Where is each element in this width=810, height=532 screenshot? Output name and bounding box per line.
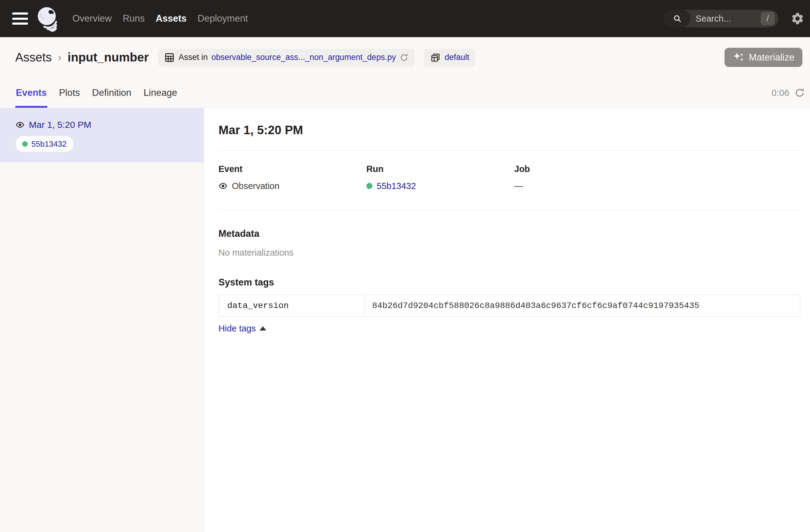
system-tags-heading: System tags [218,276,800,289]
metadata-empty-text: No materializations [218,246,800,259]
divider [218,150,800,151]
run-id-link: 55b13432 [31,140,67,149]
system-tags-table: data_version 84b26d7d9204cbf588026c8a988… [218,295,800,317]
asset-definition-pill: Asset in observable_source_ass..._non_ar… [158,49,415,66]
hide-tags-link[interactable]: Hide tags [218,322,266,335]
asset-in-label: Asset in [179,53,208,62]
event-detail-title: Mar 1, 5:20 PM [218,122,800,139]
events-body: Mar 1, 5:20 PM 55b13432 Mar 1, 5:20 PM E… [0,108,810,532]
tab-events[interactable]: Events [15,78,47,108]
nav-item-assets[interactable]: Assets [156,13,187,24]
run-column: Run 55b13432 [366,163,514,192]
asset-tabs: Events Plots Definition Lineage [15,78,178,108]
tab-lineage[interactable]: Lineage [143,78,178,108]
nav-item-overview[interactable]: Overview [72,13,112,24]
search-icon [664,10,691,27]
event-detail-panel: Mar 1, 5:20 PM Event Observation Run [204,108,810,532]
settings-gear-icon[interactable] [791,12,805,26]
search-input[interactable]: Search... / [664,10,778,27]
refresh-countdown: 0:06 [772,88,789,98]
run-id-link[interactable]: 55b13432 [377,180,416,192]
repo-pill: default [424,49,475,66]
hamburger-menu-icon[interactable] [12,13,28,25]
tag-value-cell: 84b26d7d9204cbf588026c8a9886d403a6c9637c… [365,295,800,317]
job-empty-value: — [514,180,523,192]
top-navigation-bar: Overview Runs Assets Deployment Search..… [0,0,810,37]
page-title: input_number [67,50,149,64]
materialize-label: Materialize [749,52,794,63]
divider [218,210,800,210]
run-column-label: Run [366,163,514,175]
reload-definition-icon[interactable] [400,53,409,62]
event-run-pill[interactable]: 55b13432 [16,136,73,152]
collapse-triangle-icon [260,326,266,331]
search-shortcut-badge: / [761,12,775,25]
breadcrumb-separator: › [58,51,62,64]
job-column-label: Job [514,163,800,175]
run-success-dot [22,141,28,147]
topbar-right: Search... / [664,10,805,27]
nav-item-runs[interactable]: Runs [123,13,145,24]
repo-location-icon [430,52,441,63]
observation-eye-icon [218,181,228,191]
event-list-sidebar: Mar 1, 5:20 PM 55b13432 [0,108,204,532]
tag-key-cell: data_version [219,295,365,317]
search-placeholder: Search... [696,14,731,24]
run-success-dot [366,183,372,189]
code-location-link[interactable]: observable_source_ass..._non_argument_de… [211,53,396,62]
primary-nav: Overview Runs Assets Deployment [72,13,248,24]
event-column-label: Event [218,163,366,175]
breadcrumb-assets-link[interactable]: Assets [15,50,52,64]
nav-item-deployment[interactable]: Deployment [197,13,248,24]
tab-plots[interactable]: Plots [59,78,81,108]
metadata-heading: Metadata [218,227,800,240]
refresh-status: 0:06 [772,78,805,108]
event-list-item-selected[interactable]: Mar 1, 5:20 PM 55b13432 [0,108,204,162]
event-type-value: Observation [232,180,279,192]
hide-tags-label: Hide tags [218,322,256,335]
job-column: Job — [514,163,800,192]
event-summary-columns: Event Observation Run 55b13432 [218,163,800,192]
tab-definition[interactable]: Definition [92,78,132,108]
dagster-logo-icon[interactable] [35,5,62,32]
asset-page-header: Assets › input_number Asset in observabl… [0,37,810,78]
repo-default-link[interactable]: default [444,53,469,62]
refresh-icon[interactable] [794,87,805,98]
asset-tabs-row: Events Plots Definition Lineage 0:06 [0,78,810,108]
table-grid-icon [164,52,175,63]
materialize-button[interactable]: Materialize [725,48,803,67]
event-column: Event Observation [218,163,366,192]
sparkle-icon [732,51,745,64]
observation-eye-icon [16,120,25,129]
event-timestamp: Mar 1, 5:20 PM [29,119,91,130]
dagster-app: Overview Runs Assets Deployment Search..… [0,0,810,532]
